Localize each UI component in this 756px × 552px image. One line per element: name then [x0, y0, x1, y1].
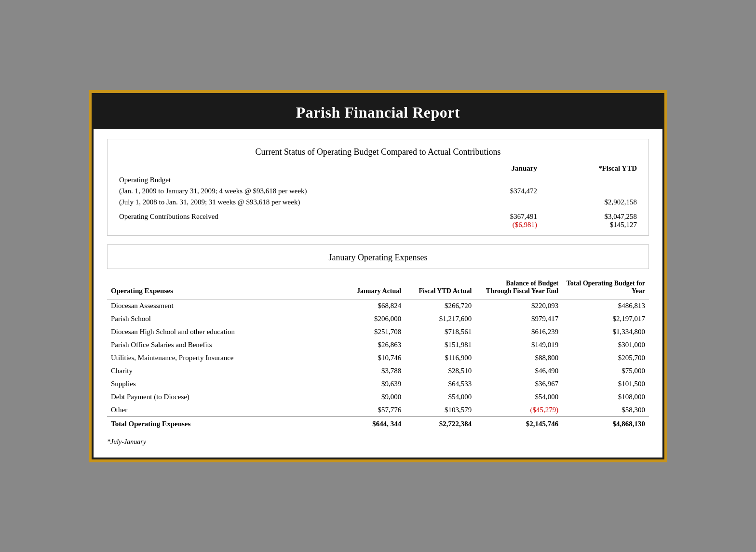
- expense-ytd: $1,217,600: [405, 312, 475, 325]
- table-row: Other$57,776$103,579($45,279)$58,300: [107, 404, 649, 417]
- total-jan: $644, 344: [340, 417, 405, 431]
- expense-bal: $616,239: [475, 325, 562, 338]
- expense-jan: $3,788: [340, 364, 405, 377]
- table-row: Utilities, Maintenance, Property Insuran…: [107, 351, 649, 364]
- total-bal: $2,145,746: [475, 417, 562, 431]
- section2-title: January Operating Expenses: [115, 251, 641, 264]
- expense-ytd: $266,720: [405, 299, 475, 312]
- expense-jan: $26,863: [340, 338, 405, 351]
- expense-ytd: $718,561: [405, 325, 475, 338]
- budget-line1-ytd: [541, 186, 641, 197]
- budget-col-empty: [115, 163, 441, 175]
- expenses-col-ytd-header: Fiscal YTD Actual: [405, 278, 475, 299]
- budget-table: January *Fiscal YTD Operating Budget (Ja…: [115, 163, 641, 230]
- table-row: Parish School$206,000$1,217,600$979,417$…: [107, 312, 649, 325]
- expense-jan: $9,000: [340, 390, 405, 404]
- expense-label: Parish Office Salaries and Benefits: [107, 338, 340, 351]
- footnote: *July-January: [107, 438, 649, 446]
- contributions-ytd-diff: $145,127: [610, 221, 637, 229]
- contributions-jan: $367,491 ($6,981): [441, 208, 541, 230]
- budget-jan-empty: [441, 175, 541, 186]
- total-tot: $4,868,130: [562, 417, 649, 431]
- outer-border: Parish Financial Report Current Status o…: [89, 90, 667, 462]
- expense-jan: $57,776: [340, 404, 405, 417]
- title-bar: Parish Financial Report: [94, 95, 662, 129]
- budget-line2-jan: [441, 197, 541, 208]
- expense-bal: $149,019: [475, 338, 562, 351]
- operating-budget-main-label: Operating Budget: [115, 175, 441, 186]
- page-title: Parish Financial Report: [103, 104, 653, 121]
- budget-ytd-empty: [541, 175, 641, 186]
- expense-tot: $301,000: [562, 338, 649, 351]
- expenses-col-tot-header: Total Operating Budget for Year: [562, 278, 649, 299]
- expense-ytd: $116,900: [405, 351, 475, 364]
- content-area: Current Status of Operating Budget Compa…: [94, 129, 662, 458]
- expense-ytd: $103,579: [405, 404, 475, 417]
- table-row: Debt Payment (to Diocese)$9,000$54,000$5…: [107, 390, 649, 404]
- inner-border: Parish Financial Report Current Status o…: [92, 93, 664, 459]
- budget-line2-label: (July 1, 2008 to Jan. 31, 2009; 31 weeks…: [115, 197, 441, 208]
- expense-jan: $68,824: [340, 299, 405, 312]
- expenses-table: Operating Expenses January Actual Fiscal…: [107, 278, 649, 431]
- expense-tot: $101,500: [562, 377, 649, 390]
- table-row: Charity$3,788$28,510$46,490$75,000: [107, 364, 649, 377]
- expense-bal: $220,093: [475, 299, 562, 312]
- total-ytd: $2,722,384: [405, 417, 475, 431]
- expense-bal: $979,417: [475, 312, 562, 325]
- contributions-jan-value: $367,491: [510, 213, 537, 220]
- expense-tot: $205,700: [562, 351, 649, 364]
- budget-line1-label: (Jan. 1, 2009 to January 31, 2009; 4 wee…: [115, 186, 441, 197]
- expense-ytd: $64,533: [405, 377, 475, 390]
- expense-tot: $2,197,017: [562, 312, 649, 325]
- budget-col-ytd-header: *Fiscal YTD: [541, 163, 641, 175]
- table-row: Supplies$9,639$64,533$36,967$101,500: [107, 377, 649, 390]
- expenses-col-label-header: Operating Expenses: [107, 278, 340, 299]
- table-row: Parish Office Salaries and Benefits$26,8…: [107, 338, 649, 351]
- expenses-col-jan-header: January Actual: [340, 278, 405, 299]
- total-label: Total Operating Expenses: [107, 417, 340, 431]
- budget-line1-jan: $374,472: [441, 186, 541, 197]
- expense-label: Utilities, Maintenance, Property Insuran…: [107, 351, 340, 364]
- budget-line2-ytd: $2,902,158: [541, 197, 641, 208]
- contributions-label: Operating Contributions Received: [115, 208, 441, 230]
- section1-title: Current Status of Operating Budget Compa…: [115, 145, 641, 158]
- budget-col-jan-header: January: [441, 163, 541, 175]
- expense-tot: $486,813: [562, 299, 649, 312]
- expense-ytd: $54,000: [405, 390, 475, 404]
- expense-jan: $9,639: [340, 377, 405, 390]
- expense-bal: ($45,279): [475, 404, 562, 417]
- table-row: Diocesan High School and other education…: [107, 325, 649, 338]
- contributions-ytd: $3,047,258 $145,127: [541, 208, 641, 230]
- expense-bal: $36,967: [475, 377, 562, 390]
- expenses-col-bal-header: Balance of Budget Through Fiscal Year En…: [475, 278, 562, 299]
- section-operating-budget: Current Status of Operating Budget Compa…: [107, 139, 649, 236]
- expense-ytd: $151,981: [405, 338, 475, 351]
- expense-label: Parish School: [107, 312, 340, 325]
- expense-tot: $1,334,800: [562, 325, 649, 338]
- contributions-ytd-value: $3,047,258: [605, 213, 637, 220]
- expense-tot: $108,000: [562, 390, 649, 404]
- table-row: Diocesan Assessment$68,824$266,720$220,0…: [107, 299, 649, 312]
- expense-tot: $58,300: [562, 404, 649, 417]
- expense-label: Charity: [107, 364, 340, 377]
- expense-label: Supplies: [107, 377, 340, 390]
- section-expenses: January Operating Expenses: [107, 244, 649, 269]
- expense-label: Other: [107, 404, 340, 417]
- expense-jan: $10,746: [340, 351, 405, 364]
- expense-bal: $46,490: [475, 364, 562, 377]
- expense-tot: $75,000: [562, 364, 649, 377]
- expense-jan: $251,708: [340, 325, 405, 338]
- expense-ytd: $28,510: [405, 364, 475, 377]
- expense-label: Debt Payment (to Diocese): [107, 390, 340, 404]
- expense-jan: $206,000: [340, 312, 405, 325]
- total-row: Total Operating Expenses $644, 344 $2,72…: [107, 417, 649, 431]
- expense-bal: $88,800: [475, 351, 562, 364]
- expense-label: Diocesan Assessment: [107, 299, 340, 312]
- contributions-jan-diff: ($6,981): [513, 221, 537, 229]
- expense-bal: $54,000: [475, 390, 562, 404]
- expense-label: Diocesan High School and other education: [107, 325, 340, 338]
